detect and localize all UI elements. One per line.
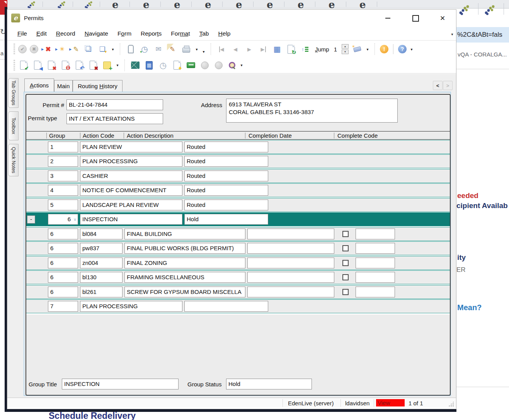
group-status-field[interactable]: Routed [184,142,268,152]
jump-value[interactable]: 1 [334,46,337,53]
toolbar-grip[interactable] [14,44,15,55]
group-title-field[interactable]: CASHIER [80,171,182,181]
parcel-search-icon[interactable] [227,61,237,70]
table-row[interactable]: 6 bl084 FINAL BUILDING [26,227,450,241]
group-title-field[interactable]: PLAN PROCESSING [80,301,182,312]
dropdown-chevron-icon[interactable] [116,63,119,67]
attachment-icon[interactable] [125,44,136,55]
cancel-record-icon[interactable] [30,45,38,53]
copy-special-icon[interactable] [174,61,181,70]
group-title-footer-field[interactable]: INSPECTION [62,379,179,389]
dropdown-chevron-icon[interactable] [410,47,414,51]
globe-disabled-icon[interactable] [201,61,209,69]
completion-date-field[interactable] [247,258,334,268]
action-code-field[interactable]: zn004 [80,258,123,268]
action-code-field[interactable]: bl084 [80,229,123,239]
copy-record-icon[interactable] [83,44,94,55]
group-status-field[interactable]: Routed [184,156,268,167]
globe-disabled-icon[interactable] [215,61,223,69]
menu-overflow-chevron[interactable] [450,32,454,36]
complete-checkbox[interactable] [342,289,349,295]
tab-main[interactable]: Main [54,80,73,92]
table-row[interactable]: 1 PLAN REVIEW Routed [26,140,450,154]
address-field[interactable]: 6913 TALAVERA ST CORAL GABLES FL 33146-3… [226,99,398,123]
group-number-field[interactable]: 2 [48,156,78,167]
table-row[interactable]: 6 zn004 FINAL ZONING [26,256,450,270]
complete-checkbox[interactable] [342,245,349,251]
doc-undo-icon[interactable] [76,61,83,70]
group-status-footer-field[interactable]: Hold [226,379,312,389]
doc-deny-icon[interactable] [62,61,69,70]
tab-routing-history[interactable]: Routing History [73,80,123,92]
cash-register-icon[interactable] [187,62,195,68]
close-button[interactable]: ✕ [434,13,451,24]
completion-date-field[interactable] [247,272,334,283]
collapse-group-button[interactable]: - [27,215,35,224]
permit-number-field[interactable]: BL-21-04-7844 [66,99,163,110]
tab-scroll-right-icon[interactable]: > [443,81,453,90]
toolbar-grip[interactable] [14,60,15,71]
doc-return-icon[interactable] [34,61,41,70]
table-row[interactable]: 6 bl130 FRAMING MISCELLANEOUS [26,270,450,284]
accept-record-icon[interactable] [18,45,27,53]
tab-actions[interactable]: Actions [24,79,54,92]
group-status-field[interactable]: Routed [184,171,268,181]
action-group-field[interactable]: 6 [48,287,78,297]
sidebar-quick-notes[interactable]: Quick Notes [8,144,19,176]
edit-record-icon[interactable] [69,44,80,55]
nav-last-icon[interactable] [258,44,269,55]
dropdown-chevron-icon[interactable] [111,47,115,51]
action-description-field[interactable]: FINAL PUBLIC WORKS (BLDG PERMIT) [124,243,245,254]
menu-file[interactable]: File [13,29,32,39]
action-description-field[interactable]: FRAMING MISCELLANEOUS [124,272,245,283]
menu-reports[interactable]: Reports [136,29,166,39]
action-group-field[interactable]: 6 [48,272,78,283]
sidebar-tab-groups[interactable]: Tab Groups [8,78,19,108]
group-number-field[interactable]: 4 [48,185,78,196]
menu-record[interactable]: Record [51,29,80,39]
toolbar-overflow-chevron[interactable] [202,50,206,54]
action-description-field[interactable]: FINAL ZONING [124,258,245,268]
permit-type-field[interactable]: INT / EXT ALTERATIONS [66,113,163,124]
send-mail-icon[interactable] [153,44,164,55]
dropdown-chevron-icon[interactable] [366,47,369,51]
menu-form[interactable]: Form [113,29,136,39]
group-title-field[interactable]: INSPECTION [80,214,182,225]
help-icon[interactable] [398,45,407,53]
action-group-field[interactable]: 6 [48,229,78,239]
group-title-field[interactable]: LANDSCAPE PLAN REVIEW [80,200,182,210]
table-row[interactable]: 7 PLAN PROCESSING [26,299,450,313]
spinner-down-icon[interactable]: ▼ [342,50,349,54]
group-number-field[interactable]: 3 [48,171,78,181]
complete-code-field[interactable] [356,258,395,268]
menu-navigate[interactable]: Navigate [80,29,113,39]
action-code-field[interactable]: pw837 [80,243,123,254]
complete-code-field[interactable] [356,287,395,297]
nav-previous-icon[interactable] [230,44,241,55]
table-row[interactable]: 2 PLAN PROCESSING Routed [26,154,450,168]
doc-delete-icon[interactable] [48,61,55,70]
data-grid-icon[interactable] [272,44,283,55]
completion-date-field[interactable] [247,229,334,239]
table-row-selected[interactable]: - 6 INSPECTION Hold [26,212,450,226]
group-status-field[interactable]: Routed [184,200,268,210]
action-group-field[interactable]: 6 [48,258,78,268]
group-number-field[interactable]: 1 [48,142,78,152]
group-title-field[interactable]: PLAN PROCESSING [80,156,182,167]
group-status-field[interactable]: Hold [184,214,268,225]
calculator-icon[interactable] [146,61,153,70]
alert-icon[interactable] [380,45,388,53]
sidebar-toolbox[interactable]: Toolbox [8,111,19,140]
action-description-field[interactable]: FINAL BUILDING [124,229,245,239]
menu-tab[interactable]: Tab [194,29,213,39]
sort-icon[interactable]: ↑ [300,44,310,55]
complete-code-field[interactable] [356,272,395,283]
group-status-field[interactable]: Routed [184,185,268,196]
dropdown-chevron-icon[interactable] [195,47,199,51]
menu-help[interactable]: Help [213,29,235,39]
action-code-field[interactable]: bl130 [80,272,123,283]
doc-approve-icon[interactable] [20,61,27,70]
doc-cancel-icon[interactable] [90,61,97,70]
add-note-icon[interactable] [103,61,111,69]
menu-edit[interactable]: Edit [32,29,51,39]
